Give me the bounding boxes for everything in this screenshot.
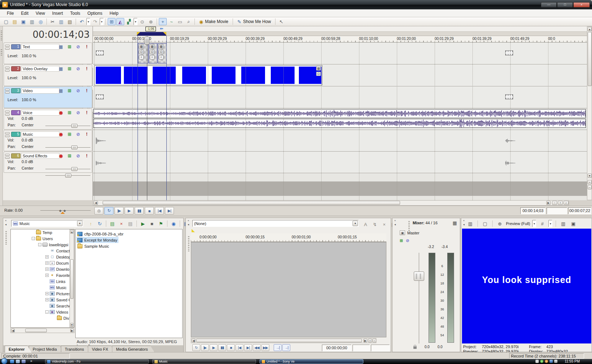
event-pan-crop-icon[interactable]: ⊡: [316, 72, 321, 76]
video-preview-display[interactable]: You look supprised: [462, 229, 591, 343]
tree-item-documents[interactable]: + ≡ Docum: [11, 260, 74, 266]
track-minimize-icon[interactable]: [5, 89, 10, 91]
event-fx-icon[interactable]: +: [150, 55, 154, 59]
publish-icon[interactable]: ◎: [37, 18, 45, 25]
scroll-left-icon[interactable]: ◀: [94, 201, 98, 205]
timeline-cursor-head[interactable]: [144, 37, 149, 45]
rate-marker-icon[interactable]: [60, 212, 65, 214]
arm-record-icon[interactable]: ◉: [58, 131, 64, 137]
internet-explorer-icon[interactable]: [10, 360, 14, 363]
track-name-field[interactable]: Text: [21, 44, 59, 50]
new-project-icon[interactable]: ▢: [2, 18, 10, 25]
tree-vertical-scrollbar[interactable]: ▲ ▼: [69, 229, 74, 327]
fast-forward-button[interactable]: ▶▶: [261, 344, 269, 351]
new-folder-icon[interactable]: ▤: [108, 220, 116, 227]
solo-icon[interactable]: !: [84, 44, 90, 49]
refresh-icon[interactable]: ↻: [96, 220, 104, 227]
trimmer-ruler[interactable]: 0:00:00;0000:00:00;1500:00:01;0000:00:01…: [191, 233, 386, 242]
event-crop-icon[interactable]: ⊡: [159, 50, 163, 54]
stop-preview-icon[interactable]: ■: [148, 220, 156, 227]
tree-expander-icon[interactable]: -: [32, 237, 35, 240]
preview-quality-icon[interactable]: ⊕: [496, 220, 504, 227]
track-header-video-overlay[interactable]: 2 Video Overlay ▩ ⊞ ⊘ ! Level: 100.0 % α…: [4, 64, 92, 86]
zoom-edit-tool-icon[interactable]: ⌕: [185, 18, 193, 25]
scroll-up-icon[interactable]: ▲: [70, 230, 73, 234]
tree-item-links[interactable]: SD Links: [11, 278, 74, 284]
add-media-from-cursor-button[interactable]: →|: [274, 344, 282, 351]
timeline-lane-music[interactable]: [93, 130, 587, 152]
go-to-end-button[interactable]: ▶|: [165, 207, 174, 215]
folder-tree[interactable]: Temp - Users - lowellriggsi ✉ Contact + …: [10, 229, 75, 328]
zoom-in-icon[interactable]: +: [558, 201, 563, 205]
zoom-in-vertical-icon[interactable]: +: [588, 180, 592, 184]
show-desktop-icon[interactable]: [16, 360, 20, 363]
track-motion-icon[interactable]: ▩: [58, 66, 64, 71]
file-list[interactable]: cftp-2008-08-29-a_vbr Except for Monday …: [75, 229, 183, 338]
voice-audio-event[interactable]: [93, 109, 586, 128]
file-item-except-for-monday[interactable]: Except for Monday: [76, 237, 118, 243]
grid-overlay-icon[interactable]: #: [538, 220, 546, 227]
timeline-vertical-scrollbar[interactable]: ▲ ▼ + −: [587, 26, 592, 200]
tab-explorer[interactable]: Explorer: [5, 346, 32, 352]
trimmer-time-field[interactable]: 00:00:00;00: [322, 345, 351, 351]
collapse-panel-icon[interactable]: ◂: [4, 223, 8, 226]
loop-playback-button[interactable]: ↻: [104, 207, 113, 215]
paste-icon[interactable]: ▧: [66, 18, 74, 25]
redo-dropdown-icon[interactable]: ▾: [100, 18, 104, 25]
start-preview-icon[interactable]: ▶: [139, 220, 147, 227]
track-minimize-icon[interactable]: [5, 111, 10, 113]
selection-start-field[interactable]: [547, 207, 567, 214]
generated-media-icon[interactable]: ▦: [139, 44, 144, 49]
media-search-icon[interactable]: ◉: [170, 220, 178, 227]
timeline-lane-text[interactable]: ▦ ⊡ + ▦ ⊡ + ▦ ⊡ +: [93, 42, 587, 64]
track-header-voice[interactable]: 4 Voice ◉ ⊞ ⊘ ! Vol: 0.0 dB Pan: Center: [4, 108, 92, 130]
pause-button[interactable]: ▮▮: [135, 207, 144, 215]
window-switcher-icon[interactable]: [22, 360, 26, 363]
tree-item-temp[interactable]: Temp: [11, 229, 74, 235]
update-tray-icon[interactable]: [545, 360, 548, 363]
tree-item-music[interactable]: MS Music: [11, 284, 74, 291]
timeline-position-display[interactable]: 00:00:14;03: [32, 29, 90, 40]
master-fader-track[interactable]: [419, 253, 419, 343]
dropdown-arrow-icon[interactable]: ▾: [532, 220, 536, 227]
mute-icon[interactable]: ⊘: [75, 44, 81, 49]
tab-video-fx[interactable]: Video FX: [88, 346, 115, 352]
go-to-start-button[interactable]: |◀: [155, 207, 164, 215]
text-event-2[interactable]: ▦ ⊡ +: [149, 43, 157, 63]
timeline-lane-video-overlay[interactable]: ▦ ⊡: [93, 64, 587, 86]
zoom-tool-icon[interactable]: ⌕: [564, 201, 569, 205]
track-name-field[interactable]: Video: [21, 88, 59, 94]
tree-item-desktop[interactable]: + ▢ Desktop: [11, 254, 74, 260]
tree-expander-icon[interactable]: +: [45, 292, 49, 295]
ignore-event-grouping-icon[interactable]: ⊗: [147, 18, 155, 25]
tree-horizontal-scrollbar[interactable]: ◀ ▶: [10, 328, 75, 333]
keyboard-tray-icon[interactable]: [535, 360, 539, 363]
scroll-right-icon[interactable]: ▶: [546, 201, 551, 205]
track-fx-icon[interactable]: ⊞: [67, 153, 72, 158]
generated-media-icon[interactable]: ▦: [159, 44, 163, 49]
antivirus-tray-icon[interactable]: [540, 360, 543, 363]
rewind-button[interactable]: ◀◀: [253, 344, 261, 351]
selection-edit-tool-icon[interactable]: ▭: [176, 18, 184, 25]
tree-item-searches[interactable]: ▣ Searche: [11, 303, 74, 309]
save-snapshot-icon[interactable]: ▣: [569, 220, 577, 227]
menu-insert[interactable]: Insert: [49, 10, 66, 17]
track-restore-icon[interactable]: [5, 113, 10, 116]
track-minimize-icon[interactable]: [5, 154, 10, 156]
marker-bar[interactable]: -1;05 ⇐: [93, 26, 587, 32]
track-fx-icon[interactable]: ⊞: [67, 88, 72, 93]
timeline-lane-video[interactable]: [93, 86, 587, 108]
track-header-text[interactable]: 1 Text ▩ ⊞ ⊘ ! Level: 100.0 % α ↓: [4, 42, 92, 64]
trimmer-marker-flag-icon[interactable]: [192, 229, 195, 232]
menu-options[interactable]: Options: [84, 10, 106, 17]
show-me-how-button[interactable]: ✎ Show Me How: [235, 18, 273, 25]
scroll-down-icon[interactable]: ▼: [70, 323, 73, 327]
menu-edit[interactable]: Edit: [18, 10, 32, 17]
mute-icon[interactable]: ⊘: [75, 88, 81, 93]
tab-media-generators[interactable]: Media Generators: [112, 346, 154, 352]
scroll-right-icon[interactable]: ▶: [363, 339, 367, 342]
pan-slider[interactable]: [45, 175, 90, 176]
address-dropdown[interactable]: MS Music ▾: [11, 220, 83, 227]
tree-expander-icon[interactable]: -: [45, 310, 49, 314]
quick-launch-more-icon[interactable]: »: [30, 359, 32, 363]
